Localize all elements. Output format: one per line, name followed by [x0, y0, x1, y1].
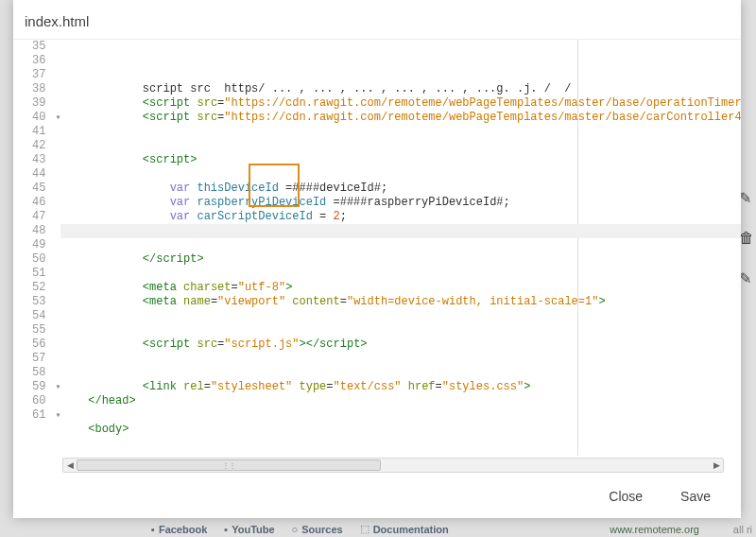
link-documentation[interactable]: ⬚ Documentation — [360, 523, 449, 535]
editor-modal: index.html 35363738394041424344454647484… — [13, 0, 741, 518]
code-line[interactable]: <meta name="viewport" content="width=dev… — [60, 295, 741, 309]
code-line[interactable] — [60, 323, 741, 338]
close-button[interactable]: Close — [609, 489, 643, 504]
line-number-gutter: 3536373839404142434445464748495051525354… — [26, 40, 55, 456]
code-line[interactable] — [60, 352, 741, 366]
code-line[interactable]: script src https/ ... , ... , ... , ... … — [60, 82, 741, 96]
code-line[interactable] — [60, 366, 741, 380]
code-line[interactable]: <script src="script.js"></script> — [60, 338, 741, 352]
code-line[interactable]: </head> — [60, 394, 741, 408]
code-line[interactable]: var carScriptDeviceId = 2; — [60, 210, 741, 224]
scroll-right-arrow-icon[interactable]: ▶ — [710, 459, 723, 472]
link-youtube[interactable]: ▪ YouTube — [224, 524, 274, 535]
link-sources[interactable]: ○ Sources — [292, 524, 343, 535]
code-line[interactable]: <script src="https://cdn.rawgit.com/remo… — [60, 96, 741, 111]
modal-title: index.html — [13, 0, 741, 39]
background-footer-url[interactable]: www.remoteme.org — [610, 524, 699, 535]
scroll-left-arrow-icon[interactable]: ◀ — [63, 459, 77, 472]
code-line[interactable] — [60, 238, 741, 252]
code-line[interactable] — [60, 139, 741, 153]
code-line[interactable]: </script> — [60, 252, 741, 267]
code-line[interactable] — [60, 167, 741, 182]
scroll-track[interactable]: ⋮⋮ — [77, 459, 710, 472]
code-line[interactable] — [60, 309, 741, 323]
code-line[interactable]: <link rel="stylesheet" type="text/css" h… — [60, 380, 741, 394]
edit-icon: ✎ — [739, 189, 754, 207]
code-line[interactable] — [60, 408, 741, 423]
background-sidebar-icons: ✎ 🗑 ✎ — [739, 189, 754, 287]
link-facebook[interactable]: ▪ Facebook — [151, 524, 207, 535]
scroll-grip-icon: ⋮⋮ — [222, 461, 235, 470]
code-line[interactable]: var thisDeviceId =####deviceId#; — [60, 182, 741, 196]
save-button[interactable]: Save — [680, 489, 711, 504]
scroll-thumb[interactable]: ⋮⋮ — [77, 459, 381, 471]
edit-icon: ✎ — [739, 269, 754, 287]
code-line[interactable] — [60, 437, 741, 451]
code-line[interactable]: var raspberryPiDeviceId =####raspberryPi… — [60, 196, 741, 210]
modal-footer: Close Save — [13, 475, 741, 518]
code-line[interactable] — [60, 125, 741, 139]
code-line[interactable]: <script src="https://cdn.rawgit.com/remo… — [60, 111, 741, 125]
background-footer-copyright: all ri — [733, 524, 752, 535]
background-footer-links: ▪ Facebook ▪ YouTube ○ Sources ⬚ Documen… — [151, 523, 449, 535]
code-line[interactable] — [60, 224, 741, 238]
code-line[interactable]: <body> — [60, 423, 741, 437]
code-area[interactable]: script src https/ ... , ... , ... , ... … — [60, 40, 741, 456]
code-line[interactable]: <script> — [60, 153, 741, 167]
code-line[interactable] — [60, 267, 741, 281]
horizontal-scrollbar[interactable]: ◀ ⋮⋮ ▶ — [62, 458, 724, 473]
editor-container: 3536373839404142434445464748495051525354… — [13, 39, 741, 475]
trash-icon: 🗑 — [739, 230, 754, 247]
code-line[interactable]: <meta charset="utf-8"> — [60, 281, 741, 295]
